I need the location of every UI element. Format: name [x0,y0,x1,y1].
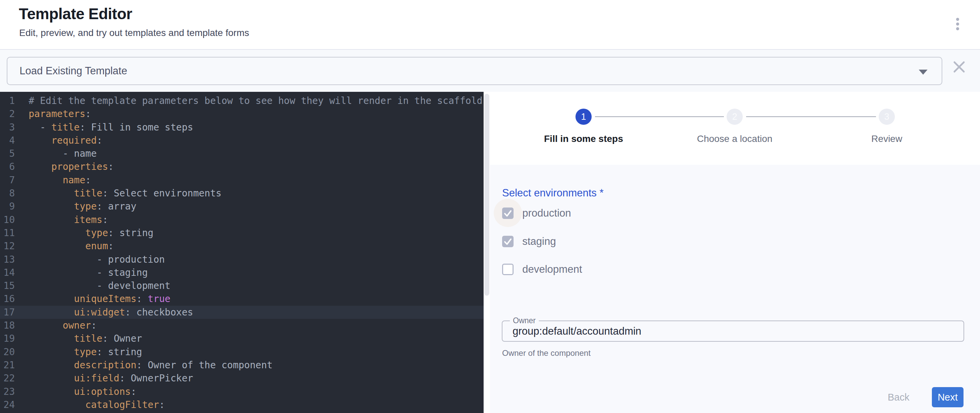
line-number: 21 [0,359,15,372]
code-line[interactable]: 16 uniqueItems: true [0,292,484,305]
line-code: properties: [15,160,114,173]
line-number: 4 [0,134,15,147]
step-1: 1Fill in some steps [513,109,654,144]
line-code: uniqueItems: true [15,292,170,305]
scrollbar-thumb[interactable] [484,94,489,295]
checkbox-label[interactable]: development [522,263,582,275]
code-line[interactable]: 11 type: string [0,226,484,240]
checkbox-unchecked-icon[interactable] [502,264,514,275]
line-number: 12 [0,240,15,253]
line-code: enum: [15,240,114,253]
line-number: 11 [0,226,15,240]
step-3: 3Review [816,109,958,144]
line-code: type: string [15,345,142,359]
line-code: - name [15,147,97,160]
line-number: 16 [0,292,15,305]
code-line[interactable]: 23 ui:options: [0,385,484,398]
step-circle: 2 [727,109,743,125]
owner-field-value[interactable]: group:default/accountadmin [503,321,964,341]
checkbox-row-development: development [502,263,582,275]
step-circle: 3 [879,109,895,125]
line-code: parameters: [15,107,91,121]
step-label: Fill in some steps [513,133,654,144]
owner-field-label: Owner [510,316,539,325]
code-line[interactable]: 19 title: Owner [0,332,484,345]
line-number: 20 [0,345,15,359]
code-line[interactable]: 22 ui:field: OwnerPicker [0,372,484,385]
code-line[interactable]: 5 - name [0,147,484,160]
more-options-button[interactable] [947,13,969,35]
line-code: - title: Fill in some steps [15,121,193,134]
line-number: 13 [0,253,15,266]
code-line[interactable]: 9 type: array [0,200,484,213]
code-line[interactable]: 20 type: string [0,345,484,359]
editor-scrollbar[interactable] [484,92,490,413]
template-preview-pane: 1Fill in some steps2Choose a location3Re… [490,92,980,413]
code-line[interactable]: 1# Edit the template parameters below to… [0,94,484,107]
line-number: 24 [0,398,15,411]
line-code: ui:field: OwnerPicker [15,372,193,385]
stepper: 1Fill in some steps2Choose a location3Re… [490,92,980,165]
line-number: 1 [0,94,15,107]
code-line[interactable]: 7 name: [0,173,484,187]
checkbox-label[interactable]: staging [522,235,556,248]
step-circle: 1 [576,109,592,125]
code-editor[interactable]: 1# Edit the template parameters below to… [0,92,490,413]
line-number: 2 [0,107,15,121]
back-button[interactable]: Back [879,389,918,406]
line-code: owner: [15,319,97,332]
line-number: 18 [0,319,15,332]
line-number: 17 [0,306,15,319]
code-line[interactable]: 3 - title: Fill in some steps [0,121,484,134]
line-code: required: [15,134,102,147]
owner-field[interactable]: Owner group:default/accountadmin [502,321,964,342]
clear-template-button[interactable] [950,58,968,76]
line-code: title: Owner [15,332,142,345]
line-number: 7 [0,173,15,187]
checkbox-row-staging: staging [502,235,556,248]
template-editor-page: Template Editor Edit, preview, and try o… [0,0,980,413]
load-template-bar: Load Existing Template [0,49,980,92]
code-line[interactable]: 13 - production [0,253,484,266]
close-icon [950,58,968,76]
load-existing-template-select[interactable]: Load Existing Template [7,57,942,85]
code-line[interactable]: 17 ui:widget: checkboxes [0,306,484,319]
checkbox-checked-icon[interactable] [502,208,514,219]
code-line[interactable]: 21 description: Owner of the component [0,359,484,372]
line-code: description: Owner of the component [15,359,273,372]
line-code: - staging [15,266,148,279]
code-line[interactable]: 4 required: [0,134,484,147]
code-line[interactable]: 14 - staging [0,266,484,279]
checkbox-row-production: production [502,207,571,219]
owner-helper-text: Owner of the component [502,348,590,358]
code-lines: 1# Edit the template parameters below to… [0,92,484,413]
next-button[interactable]: Next [932,387,964,407]
code-line[interactable]: 15 - development [0,279,484,292]
step-2: 2Choose a location [664,109,805,144]
page-title: Template Editor [19,5,132,23]
code-line[interactable]: 10 items: [0,213,484,226]
code-line[interactable]: 2parameters: [0,107,484,121]
code-line[interactable]: 8 title: Select environments [0,187,484,200]
chevron-down-icon [919,70,928,75]
page-subtitle: Edit, preview, and try out templates and… [19,28,249,38]
more-vert-icon [956,18,959,30]
line-number: 8 [0,187,15,200]
line-code: title: Select environments [15,187,221,200]
line-code: ui:options: [15,385,136,398]
code-line[interactable]: 6 properties: [0,160,484,173]
code-line[interactable]: 18 owner: [0,319,484,332]
line-code: ui:widget: checkboxes [15,306,193,319]
line-number: 15 [0,279,15,292]
line-code: # Edit the template parameters below to … [15,94,483,107]
page-header: Template Editor Edit, preview, and try o… [0,0,980,49]
line-number: 3 [0,121,15,134]
checkbox-checked-icon[interactable] [502,236,514,247]
line-code: items: [15,213,108,226]
line-code: type: string [15,226,153,240]
code-line[interactable]: 24 catalogFilter: [0,398,484,411]
line-code: - production [15,253,165,266]
checkbox-label[interactable]: production [522,207,571,219]
code-line[interactable]: 12 enum: [0,240,484,253]
line-number: 19 [0,332,15,345]
